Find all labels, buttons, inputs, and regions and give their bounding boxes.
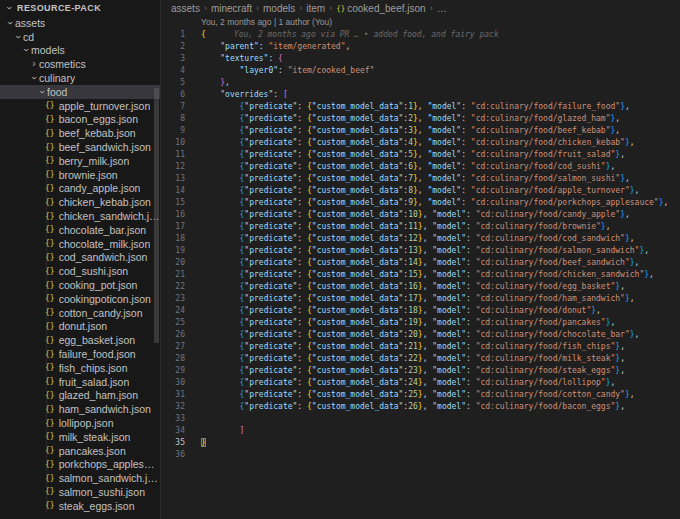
code-line[interactable]: "layer0": "item/cooked_beef" [201,65,680,77]
code-token: "predicate" [244,126,297,135]
code-line[interactable]: {"predicate": {"custom_model_data":10}, … [201,209,680,221]
gitlens-codelens[interactable]: You, 2 months ago | 1 author (You) [201,16,680,29]
tree-item-apple_turnover[interactable]: {}apple_turnover.json [0,99,160,113]
code-token: , [630,138,635,147]
code-line[interactable]: {"predicate": {"custom_model_data":18}, … [201,305,680,317]
code-token: , [418,150,428,159]
code-token: : [297,330,307,339]
code-token [201,402,240,411]
code-line[interactable]: "parent": "item/generated", [201,41,680,53]
code-token: : [297,378,307,387]
tree-item-food[interactable]: ›food [0,85,160,99]
tree-item-porkchops_applesauce[interactable]: {}porkchops_applesauce.json [0,458,160,472]
code-line[interactable]: {"predicate": {"custom_model_data":25}, … [201,389,680,401]
tree-item-beef_sandwich[interactable]: {}beef_sandwich.json [0,140,160,154]
code-line[interactable] [201,413,680,425]
code-line[interactable]: {"predicate": {"custom_model_data":9}, "… [201,197,680,209]
code-line[interactable]: {"predicate": {"custom_model_data":15}, … [201,269,680,281]
code-token: , [635,186,640,195]
tree-item-chicken_kebab[interactable]: {}chicken_kebab.json [0,195,160,209]
tree-item-cod_sushi[interactable]: {}cod_sushi.json [0,264,160,278]
explorer-section-header[interactable]: › RESOURCE-PACK [0,0,160,16]
code-line[interactable]: {"predicate": {"custom_model_data":23}, … [201,365,680,377]
tree-item-cosmetics[interactable]: ›cosmetics [0,57,160,71]
code-line[interactable]: ] [201,425,680,437]
code-token [201,270,240,279]
code-line[interactable]: {"predicate": {"custom_model_data":26}, … [201,401,680,413]
code-line[interactable]: {"predicate": {"custom_model_data":6}, "… [201,161,680,173]
code-line[interactable]: {"predicate": {"custom_model_data":11}, … [201,221,680,233]
code-line[interactable]: {"predicate": {"custom_model_data":4}, "… [201,137,680,149]
code-line[interactable]: {"predicate": {"custom_model_data":12}, … [201,233,680,245]
tree-item-candy_apple[interactable]: {}candy_apple.json [0,182,160,196]
tree-item-bacon_eggs[interactable]: {}bacon_eggs.json [0,113,160,127]
tree-item-salmon_sandwich[interactable]: {}salmon_sandwich.json [0,471,160,485]
code-token [201,222,240,231]
code-line[interactable]: {"predicate": {"custom_model_data":16}, … [201,281,680,293]
tree-item-glazed_ham[interactable]: {}glazed_ham.json [0,389,160,403]
tree-item-salmon_sushi[interactable]: {}salmon_sushi.json [0,485,160,499]
tree-item-brownie[interactable]: {}brownie.json [0,168,160,182]
breadcrumb-item[interactable]: assets [171,3,200,14]
tree-item-cotton_candy[interactable]: {}cotton_candy.json [0,306,160,320]
code-token: "model" [432,282,466,291]
tree-item-beef_kebab[interactable]: {}beef_kebab.json [0,126,160,140]
tree-item-cd[interactable]: ›cd [0,30,160,44]
breadcrumb-item[interactable]: minecraft [211,3,252,14]
tree-item-assets[interactable]: ›assets [0,16,160,30]
code-line[interactable]: {"predicate": {"custom_model_data":5}, "… [201,149,680,161]
tree-item-culinary[interactable]: ›culinary [0,71,160,85]
code-token: : [273,90,283,99]
code-line[interactable]: {"predicate": {"custom_model_data":3}, "… [201,125,680,137]
tree-item-lollipop[interactable]: {}lollipop.json [0,416,160,430]
code-line[interactable]: {"predicate": {"custom_model_data":13}, … [201,245,680,257]
tree-item-milk_steak[interactable]: {}milk_steak.json [0,430,160,444]
code-token: 13 [408,246,418,255]
tree-item-chocolate_bar[interactable]: {}chocolate_bar.json [0,223,160,237]
tree-item-cod_sandwich[interactable]: {}cod_sandwich.json [0,251,160,265]
code-token: , [630,390,635,399]
code-line[interactable] [201,449,680,461]
code-line[interactable]: {"predicate": {"custom_model_data":22}, … [201,353,680,365]
code-line[interactable]: "textures": { [201,53,680,65]
tree-scrollbar[interactable] [154,88,159,343]
tree-item-cookingpoticon[interactable]: {}cookingpoticon.json [0,292,160,306]
code-line[interactable]: {"predicate": {"custom_model_data":14}, … [201,257,680,269]
breadcrumb-item[interactable]: item [306,3,325,14]
code-line[interactable]: }, [201,77,680,89]
tree-item-donut[interactable]: {}donut.json [0,320,160,334]
code-line[interactable]: {"predicate": {"custom_model_data":1}, "… [201,101,680,113]
code-line[interactable]: {"predicate": {"custom_model_data":24}, … [201,377,680,389]
code-line[interactable]: {"predicate": {"custom_model_data":20}, … [201,329,680,341]
code-line[interactable]: {You, 2 months ago via PR … • added food… [201,29,680,41]
code-line[interactable]: } [201,437,680,449]
tree-item-failure_food[interactable]: {}failure_food.json [0,347,160,361]
tree-item-egg_basket[interactable]: {}egg_basket.json [0,333,160,347]
tree-item-chocolate_milk[interactable]: {}chocolate_milk.json [0,237,160,251]
code-line[interactable]: {"predicate": {"custom_model_data":7}, "… [201,173,680,185]
tree-item-steak_eggs[interactable]: {}steak_eggs.json [0,499,160,513]
editor-code[interactable]: You, 2 months ago | 1 author (You) {You,… [199,16,680,519]
tree-item-pancakes[interactable]: {}pancakes.json [0,444,160,458]
tree-item-cooking_pot[interactable]: {}cooking_pot.json [0,278,160,292]
code-line[interactable]: {"predicate": {"custom_model_data":2}, "… [201,113,680,125]
code-line[interactable]: {"predicate": {"custom_model_data":17}, … [201,293,680,305]
code-line[interactable]: {"predicate": {"custom_model_data":21}, … [201,341,680,353]
code-token: : [466,222,476,231]
code-token: "custom_model_data" [312,222,404,231]
line-number: 14 [161,185,199,197]
breadcrumb-item[interactable]: models [263,3,295,14]
tree-item-fruit_salad[interactable]: {}fruit_salad.json [0,375,160,389]
code-line[interactable]: {"predicate": {"custom_model_data":8}, "… [201,185,680,197]
tree-item-berry_milk[interactable]: {}berry_milk.json [0,154,160,168]
line-number: 34 [161,425,199,437]
tree-item-chicken_sandwich[interactable]: {}chicken_sandwich.json [0,209,160,223]
tree-item-ham_sandwich[interactable]: {}ham_sandwich.json [0,402,160,416]
breadcrumb-item[interactable]: … [437,3,447,14]
code-token: , [423,390,433,399]
code-line[interactable]: {"predicate": {"custom_model_data":19}, … [201,317,680,329]
tree-item-fish_chips[interactable]: {}fish_chips.json [0,361,160,375]
breadcrumb-item[interactable]: {}cooked_beef.json [336,3,425,14]
tree-item-models[interactable]: ›models [0,44,160,58]
code-line[interactable]: "overrides": [ [201,89,680,101]
